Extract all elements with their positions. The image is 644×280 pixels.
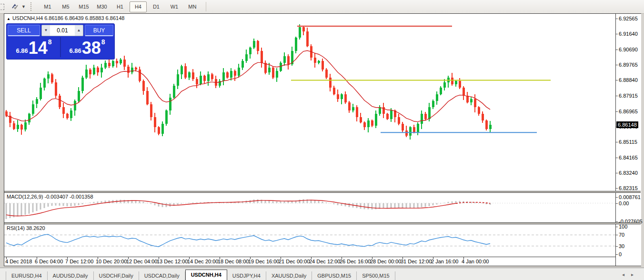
chart-tab-xauusd-daily[interactable]: XAUUSD,Daily bbox=[266, 271, 312, 280]
current-price-tag: 6.86148 bbox=[616, 121, 638, 128]
time-axis-label: 13 Dec 12:00 bbox=[157, 259, 188, 264]
tab-scroll-arrows[interactable]: ◂▸ bbox=[622, 272, 640, 277]
macd-axis-label: 0.008761 bbox=[619, 194, 641, 200]
price-axis[interactable]: 6.86148 6.925656.916406.906906.897656.88… bbox=[615, 14, 641, 266]
toolbar-grip bbox=[30, 2, 34, 11]
price-axis-label: 6.87915 bbox=[619, 93, 638, 99]
time-axis-label: 31 Dec 12:00 bbox=[401, 259, 432, 264]
toolbar-separator bbox=[206, 2, 206, 11]
timeframe-button-m5[interactable]: M5 bbox=[57, 1, 74, 12]
price-axis-label: 6.91640 bbox=[619, 31, 638, 37]
price-axis-label: 6.89765 bbox=[619, 62, 638, 68]
timeframe-button-m30[interactable]: M30 bbox=[93, 1, 111, 12]
chart-tab-bar: EURUSD,H4AUDUSD,DailyUSDCHF,DailyUSDCAD,… bbox=[0, 268, 644, 280]
sell-price-quote[interactable]: 6.86 14 8 bbox=[8, 37, 60, 57]
rsi-label: RSI(14) 38.2620 bbox=[7, 225, 45, 231]
macd-label: MACD(12,26,9) -0.003407 -0.001358 bbox=[7, 194, 93, 200]
chart-tab-sp500-m15[interactable]: SP500,M15 bbox=[357, 271, 395, 280]
chart-symbol-header: ▲USDCNH,H4 6.86186 6.86439 6.85883 6.861… bbox=[7, 15, 124, 21]
rsi-pane[interactable]: RSI(14) 38.2620 bbox=[4, 224, 615, 257]
chart-tab-usdchf-daily[interactable]: USDCHF,Daily bbox=[94, 271, 139, 280]
rsi-axis-label: 0 bbox=[619, 251, 622, 257]
collapse-triangle-icon[interactable]: ▲ bbox=[7, 17, 10, 21]
time-axis-label: 2 Jan 16:00 bbox=[431, 259, 459, 264]
price-axis-label: 6.85115 bbox=[619, 139, 637, 145]
mt4-terminal: ▼ M1M5M15M30H1H4D1W1MN ▲USDCNH,H4 6.8618… bbox=[0, 0, 644, 280]
timeframe-button-h1[interactable]: H1 bbox=[111, 1, 129, 12]
price-axis-label: 6.82315 bbox=[619, 185, 638, 191]
new-order-icon[interactable] bbox=[11, 3, 20, 10]
sell-price-prefix: 6.86 bbox=[16, 47, 28, 54]
timeframe-button-h4[interactable]: H4 bbox=[130, 1, 147, 12]
timeframe-button-m15[interactable]: M15 bbox=[75, 1, 92, 12]
symbol-ohlc-text: USDCNH,H4 6.86186 6.86439 6.85883 6.8614… bbox=[12, 15, 124, 21]
chart-tab-usdcnh-h4[interactable]: USDCNH,H4 bbox=[185, 270, 227, 280]
time-axis[interactable]: 4 Dec 20186 Dec 04:007 Dec 12:0010 Dec 2… bbox=[4, 257, 615, 266]
time-axis-label: 19 Dec 16:00 bbox=[248, 259, 279, 264]
price-axis-label: 6.90690 bbox=[619, 47, 638, 52]
time-axis-label: 12 Dec 04:00 bbox=[126, 259, 157, 264]
time-axis-label: 4 Dec 2018 bbox=[5, 259, 32, 264]
time-axis-label: 26 Dec 16:00 bbox=[340, 259, 371, 264]
timeframe-button-mn[interactable]: MN bbox=[184, 1, 201, 12]
lot-increase-button[interactable]: ▲ bbox=[75, 25, 83, 36]
price-axis-label: 6.86965 bbox=[619, 109, 638, 114]
buy-price-prefix: 6.86 bbox=[69, 47, 81, 54]
crosshair-select-icon[interactable] bbox=[0, 4, 4, 10]
chart-window: ▲USDCNH,H4 6.86186 6.86439 6.85883 6.861… bbox=[4, 13, 641, 266]
buy-button[interactable]: BUY bbox=[85, 25, 113, 36]
price-axis-label: 6.88840 bbox=[619, 77, 638, 83]
timeframe-toolbar: ▼ M1M5M15M30H1H4D1W1MN bbox=[0, 0, 644, 14]
chart-tab-eurusd-h4[interactable]: EURUSD,H4 bbox=[6, 271, 48, 280]
timeframe-button-m1[interactable]: M1 bbox=[39, 1, 56, 12]
lot-size-stepper: ▼ ▲ bbox=[41, 25, 83, 36]
price-axis-label: 6.84165 bbox=[619, 155, 638, 160]
rsi-axis-label: 30 bbox=[619, 243, 624, 249]
sell-button[interactable]: SELL bbox=[8, 25, 40, 36]
rsi-axis-label: 100 bbox=[619, 224, 627, 230]
price-axis-label: 6.83240 bbox=[619, 170, 638, 176]
time-axis-label: 28 Dec 00:00 bbox=[370, 259, 401, 264]
buy-price-main: 38 bbox=[82, 40, 101, 56]
time-axis-label: 7 Dec 12:00 bbox=[65, 259, 93, 264]
lot-decrease-button[interactable]: ▼ bbox=[42, 25, 50, 36]
buy-price-sup: 8 bbox=[101, 38, 105, 46]
chart-tab-usdcad-daily[interactable]: USDCAD,Daily bbox=[139, 271, 185, 280]
price-axis-label: 6.92565 bbox=[619, 16, 638, 21]
rsi-axis-label: 70 bbox=[619, 232, 624, 238]
time-axis-label: 18 Dec 08:00 bbox=[218, 259, 249, 264]
time-axis-label: 21 Dec 00:00 bbox=[279, 259, 310, 264]
timeframe-button-d1[interactable]: D1 bbox=[148, 1, 165, 12]
macd-axis-label: 0.00 bbox=[619, 200, 629, 206]
timeframe-button-w1[interactable]: W1 bbox=[166, 1, 183, 12]
chart-tab-gbpusd-m15[interactable]: GBPUSD,M15 bbox=[312, 271, 357, 280]
buy-price-quote[interactable]: 6.86 38 8 bbox=[61, 37, 113, 57]
time-axis-label: 10 Dec 20:00 bbox=[96, 259, 127, 264]
one-click-trading-panel: SELL ▼ ▲ BUY 6.86 14 8 6.86 38 8 bbox=[6, 23, 115, 60]
time-axis-label: 14 Dec 20:00 bbox=[187, 259, 218, 264]
pane-splitter[interactable] bbox=[4, 222, 641, 224]
sell-price-sup: 8 bbox=[48, 38, 52, 46]
chart-tab-usdjpy-h4[interactable]: USDJPY,H4 bbox=[227, 271, 266, 280]
chevron-down-icon[interactable]: ▼ bbox=[21, 4, 26, 9]
timeframe-buttons: M1M5M15M30H1H4D1W1MN bbox=[39, 1, 202, 12]
time-axis-label: 24 Dec 12:00 bbox=[309, 259, 340, 264]
time-axis-label: 6 Dec 04:00 bbox=[35, 259, 63, 264]
sell-price-main: 14 bbox=[29, 40, 48, 56]
macd-pane[interactable]: MACD(12,26,9) -0.003407 -0.001358 bbox=[4, 193, 615, 222]
pane-splitter[interactable] bbox=[4, 191, 641, 193]
lot-size-input[interactable] bbox=[50, 25, 75, 36]
time-axis-label: 4 Jan 00:00 bbox=[462, 259, 489, 264]
chart-tab-audusd-daily[interactable]: AUDUSD,Daily bbox=[48, 271, 94, 280]
